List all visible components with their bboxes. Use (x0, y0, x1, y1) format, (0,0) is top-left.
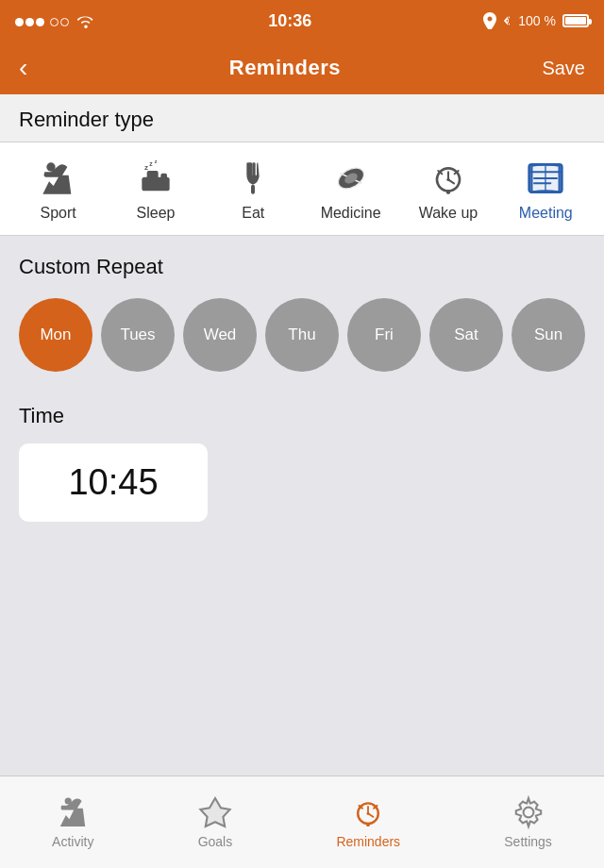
time-section: Time 10:45 (0, 381, 604, 537)
meeting-label: Meeting (519, 205, 573, 222)
status-time: 10:36 (268, 11, 311, 31)
reminder-type-meeting[interactable]: Meeting (508, 159, 583, 222)
reminder-type-sleep[interactable]: z z z Sleep (118, 159, 193, 222)
svg-text:z: z (144, 163, 148, 172)
medicine-label: Medicine (321, 205, 381, 222)
goals-tab-icon (198, 795, 232, 829)
meeting-icon (527, 159, 564, 197)
svg-rect-9 (251, 185, 255, 194)
settings-tab-label: Settings (504, 834, 552, 849)
days-row: Mon Tues Wed Thu Fri Sat Sun (19, 298, 585, 372)
tab-bar: Activity Goals Reminders Settings (0, 776, 604, 868)
nav-title: Reminders (229, 56, 341, 80)
status-bar: 10:36 100 % (0, 0, 604, 42)
svg-rect-3 (160, 174, 167, 180)
battery-icon (562, 14, 589, 27)
sleep-label: Sleep (137, 205, 176, 222)
svg-text:z: z (149, 160, 153, 167)
day-wed[interactable]: Wed (183, 298, 257, 372)
status-right: 100 % (483, 12, 589, 29)
day-mon[interactable]: Mon (19, 298, 92, 372)
reminder-type-medicine[interactable]: Medicine (313, 159, 389, 222)
sleep-icon: z z z (137, 159, 175, 197)
eat-label: Eat (242, 205, 264, 222)
svg-point-31 (367, 812, 370, 815)
back-button[interactable]: ‹ (19, 55, 27, 81)
bluetooth-icon (501, 12, 513, 29)
svg-rect-34 (366, 824, 370, 826)
tab-reminders[interactable]: Reminders (317, 788, 419, 857)
custom-repeat-section: Custom Repeat Mon Tues Wed Thu Fri Sat S… (0, 236, 604, 381)
sport-label: Sport (41, 205, 76, 222)
day-thu[interactable]: Thu (265, 298, 339, 372)
wakeup-icon (429, 159, 467, 197)
reminders-tab-icon (351, 795, 385, 829)
signal-dots (15, 13, 71, 29)
settings-tab-icon (512, 795, 545, 829)
activity-tab-label: Activity (52, 834, 93, 849)
svg-rect-20 (446, 191, 450, 193)
day-tues[interactable]: Tues (101, 298, 175, 372)
medicine-icon (332, 159, 370, 197)
time-label: Time (19, 404, 585, 428)
svg-rect-8 (253, 162, 256, 176)
day-fri[interactable]: Fri (347, 298, 421, 372)
day-sat[interactable]: Sat (429, 298, 503, 372)
sport-icon (40, 159, 77, 197)
svg-rect-2 (147, 171, 159, 179)
battery-percent: 100 % (518, 13, 556, 28)
tab-activity[interactable]: Activity (33, 788, 112, 857)
wifi-icon (76, 13, 96, 28)
reminder-type-sport[interactable]: Sport (21, 159, 96, 222)
save-button[interactable]: Save (542, 58, 585, 79)
svg-point-35 (523, 808, 533, 818)
day-sun[interactable]: Sun (512, 298, 585, 372)
reminder-type-eat[interactable]: Eat (215, 159, 291, 222)
svg-point-17 (446, 178, 449, 181)
status-left (15, 13, 96, 29)
wakeup-label: Wake up (419, 205, 478, 222)
tab-settings[interactable]: Settings (485, 788, 571, 857)
svg-text:z: z (155, 159, 158, 164)
reminders-tab-label: Reminders (336, 834, 400, 849)
location-icon (483, 12, 496, 29)
custom-repeat-title: Custom Repeat (19, 255, 585, 279)
goals-tab-label: Goals (198, 834, 233, 849)
eat-icon (234, 159, 272, 197)
activity-tab-icon (56, 795, 90, 829)
reminder-types-row: Sport z z z Sleep Eat Medicine (0, 142, 604, 236)
tab-goals[interactable]: Goals (179, 788, 252, 857)
reminder-type-header: Reminder type (0, 94, 604, 142)
time-display[interactable]: 10:45 (19, 443, 208, 522)
nav-bar: ‹ Reminders Save (0, 42, 604, 94)
reminder-type-wakeup[interactable]: Wake up (411, 159, 486, 222)
